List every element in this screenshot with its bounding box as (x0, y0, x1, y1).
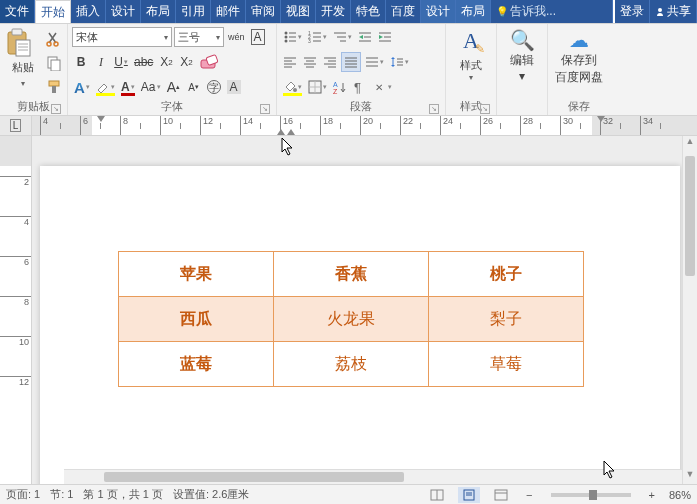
table-cell[interactable]: 苹果 (119, 252, 274, 297)
tab-baidu[interactable]: 百度 (386, 0, 421, 23)
table-cell[interactable]: 梨子 (429, 297, 584, 342)
view-read-button[interactable] (426, 487, 448, 503)
table-cell[interactable]: 西瓜 (119, 297, 274, 342)
strikethrough-button[interactable]: abc (132, 52, 155, 72)
multilevel-button[interactable]: ▾ (331, 27, 354, 47)
table-row[interactable]: 苹果 香蕉 桃子 (119, 252, 584, 297)
tab-selector[interactable]: L (0, 116, 32, 135)
char-shading-button[interactable]: A (225, 77, 243, 97)
copy-button[interactable] (42, 52, 66, 74)
zoom-slider-knob[interactable] (589, 490, 597, 500)
line-spacing-button[interactable]: ▾ (388, 52, 411, 72)
status-page[interactable]: 页面: 1 (6, 487, 40, 502)
numbering-button[interactable]: 123▾ (306, 27, 329, 47)
align-justify-button[interactable] (341, 52, 361, 72)
shading-button[interactable]: ▾ (281, 77, 304, 97)
align-center-button[interactable] (301, 52, 319, 72)
subscript-button[interactable]: X2 (157, 52, 175, 72)
font-name-combo[interactable]: 宋体▾ (72, 27, 172, 47)
grow-font-button[interactable]: A▴ (165, 77, 183, 97)
text-effects-button[interactable]: A▾ (72, 77, 92, 97)
tab-review[interactable]: 审阅 (246, 0, 281, 23)
paste-button[interactable]: 粘贴 (4, 28, 42, 89)
table-cell[interactable]: 草莓 (429, 342, 584, 387)
sort-button[interactable]: AZ (331, 77, 349, 97)
share-button[interactable]: 共享 (650, 0, 697, 23)
scroll-up-button[interactable]: ▲ (683, 136, 697, 151)
login-button[interactable]: 登录 (615, 0, 650, 23)
tab-table-layout[interactable]: 布局 (456, 0, 491, 23)
bold-button[interactable]: B (72, 52, 90, 72)
zoom-level[interactable]: 86% (669, 489, 691, 501)
clipboard-launcher[interactable]: ↘ (51, 104, 61, 114)
scroll-down-button[interactable]: ▼ (683, 469, 697, 484)
zoom-in-button[interactable]: + (645, 489, 659, 501)
table-cell[interactable]: 香蕉 (274, 252, 429, 297)
styles-launcher[interactable]: ↘ (480, 104, 490, 114)
table-row[interactable]: 蓝莓 荔枝 草莓 (119, 342, 584, 387)
tab-developer[interactable]: 开发 (316, 0, 351, 23)
tab-layout[interactable]: 布局 (141, 0, 176, 23)
paragraph-launcher[interactable]: ↘ (429, 104, 439, 114)
clear-formatting-button[interactable] (197, 52, 221, 72)
page-viewport[interactable]: 苹果 香蕉 桃子 西瓜 火龙果 梨子 蓝莓 荔枝 草莓 (32, 136, 697, 484)
align-left-button[interactable] (281, 52, 299, 72)
view-print-button[interactable] (458, 487, 480, 503)
status-pages[interactable]: 第 1 页，共 1 页 (83, 487, 162, 502)
borders-button[interactable]: ▾ (306, 77, 329, 97)
enclose-char-button[interactable]: 字 (205, 77, 223, 97)
scrollbar-vertical[interactable]: ▲ ▼ (682, 136, 697, 484)
ruler-vertical[interactable]: 24681012 (0, 136, 32, 484)
tell-me[interactable]: 告诉我... (491, 0, 613, 23)
bullets-button[interactable]: ▾ (281, 27, 304, 47)
view-web-button[interactable] (490, 487, 512, 503)
asian-layout-button[interactable]: ✕▾ (371, 77, 394, 97)
tab-references[interactable]: 引用 (176, 0, 211, 23)
format-painter-button[interactable] (42, 76, 66, 98)
tab-view[interactable]: 视图 (281, 0, 316, 23)
tab-insert[interactable]: 插入 (71, 0, 106, 23)
font-size-combo[interactable]: 三号▾ (174, 27, 224, 47)
table-cell[interactable]: 火龙果 (274, 297, 429, 342)
document-table[interactable]: 苹果 香蕉 桃子 西瓜 火龙果 梨子 蓝莓 荔枝 草莓 (118, 251, 584, 387)
zoom-slider[interactable] (551, 493, 631, 497)
align-left-icon (283, 55, 297, 69)
scrollbar-v-thumb[interactable] (685, 156, 695, 276)
decrease-indent-button[interactable] (356, 27, 374, 47)
scrollbar-horizontal[interactable] (64, 469, 682, 484)
underline-button[interactable]: U▾ (112, 52, 130, 72)
cut-button[interactable] (42, 28, 66, 50)
change-case-button[interactable]: Aa▾ (139, 77, 163, 97)
zoom-out-button[interactable]: − (522, 489, 536, 501)
save-to-baidu-button[interactable]: ☁ 保存到 百度网盘 (552, 26, 606, 99)
status-position[interactable]: 设置值: 2.6厘米 (173, 487, 249, 502)
align-right-button[interactable] (321, 52, 339, 72)
ruler-horizontal[interactable]: 46810121416182022242628303234 (32, 116, 697, 135)
tab-table-design[interactable]: 设计 (421, 0, 456, 23)
tab-mailings[interactable]: 邮件 (211, 0, 246, 23)
show-marks-button[interactable]: ¶ (351, 77, 369, 97)
increase-indent-button[interactable] (376, 27, 394, 47)
tab-design[interactable]: 设计 (106, 0, 141, 23)
highlight-button[interactable]: ▾ (94, 77, 117, 97)
char-border-button[interactable]: A (249, 27, 267, 47)
status-section[interactable]: 节: 1 (50, 487, 73, 502)
font-color-button[interactable]: A▾ (119, 77, 137, 97)
styles-button[interactable]: A✎ 样式▾ (450, 26, 492, 99)
table-cell[interactable]: 桃子 (429, 252, 584, 297)
tab-special[interactable]: 特色 (351, 0, 386, 23)
table-cell[interactable]: 蓝莓 (119, 342, 274, 387)
tab-file[interactable]: 文件 (0, 0, 35, 23)
phonetic-guide-button[interactable]: wén (226, 27, 247, 47)
edit-button[interactable]: 🔍 编辑▾ (501, 26, 543, 99)
table-cell[interactable]: 荔枝 (274, 342, 429, 387)
scrollbar-h-thumb[interactable] (104, 472, 404, 482)
numbering-icon: 123 (308, 30, 322, 44)
align-distribute-button[interactable]: ▾ (363, 52, 386, 72)
table-row[interactable]: 西瓜 火龙果 梨子 (119, 297, 584, 342)
font-launcher[interactable]: ↘ (260, 104, 270, 114)
italic-button[interactable]: I (92, 52, 110, 72)
tab-home[interactable]: 开始 (35, 0, 71, 23)
shrink-font-button[interactable]: A▾ (185, 77, 203, 97)
superscript-button[interactable]: X2 (177, 52, 195, 72)
